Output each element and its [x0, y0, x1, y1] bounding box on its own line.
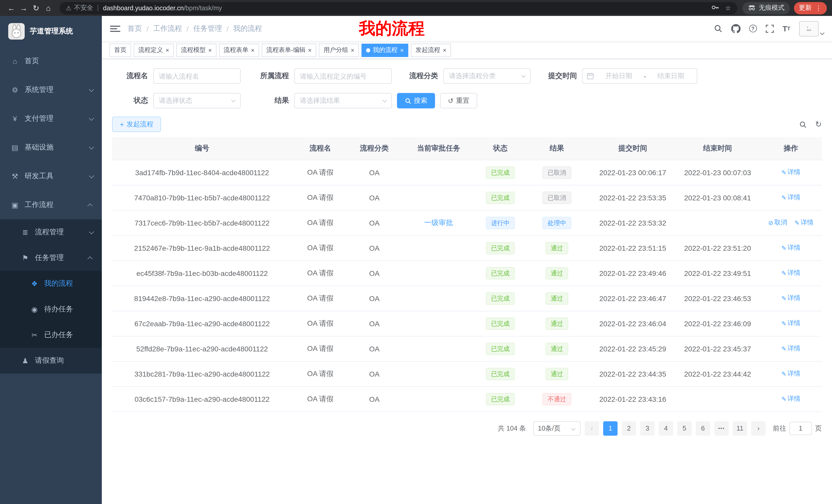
detail-link[interactable]: ✎详情 — [781, 294, 800, 303]
help-icon[interactable]: ? — [749, 25, 757, 32]
tab-close-icon[interactable]: × — [351, 47, 354, 53]
jump-page-input[interactable] — [789, 422, 812, 435]
start-date-placeholder[interactable]: 开始日期 — [597, 72, 641, 81]
key-icon[interactable] — [711, 3, 719, 12]
sidebar-item-process-management[interactable]: ≣ 流程管理 — [0, 219, 102, 245]
tab-close-icon[interactable]: × — [400, 47, 404, 53]
logo[interactable]: 芋道管理系统 — [0, 16, 102, 47]
table-row: 819442e8-7b9a-11ec-a290-acde48001122 OA … — [112, 286, 822, 311]
tab[interactable]: 我的流程 × — [362, 44, 408, 57]
tab[interactable]: 流程表单-编辑 × — [262, 44, 316, 57]
page-button[interactable]: 1 — [603, 421, 618, 436]
page-button[interactable]: 6 — [696, 421, 710, 436]
detail-link[interactable]: ✎详情 — [781, 395, 800, 403]
cell-id: 2152467e-7b9b-11ec-9a1b-acde48001122 — [112, 235, 292, 260]
fullscreen-icon[interactable] — [765, 24, 774, 33]
forward-icon[interactable]: → — [18, 4, 30, 12]
sidebar-item-leave-query[interactable]: ♟ 请假查询 — [0, 348, 102, 373]
date-range-picker[interactable]: 开始日期 - 结束日期 — [582, 68, 697, 84]
status-badge: 已完成 — [486, 393, 515, 405]
tab-close-icon[interactable]: × — [251, 47, 255, 53]
search-button[interactable]: 搜索 — [397, 93, 435, 108]
sidebar-item-todo-tasks[interactable]: ◉ 待办任务 — [0, 297, 102, 322]
page-button[interactable]: 5 — [677, 421, 692, 436]
detail-link[interactable]: ✎详情 — [781, 344, 800, 353]
sidebar-item-devtools[interactable]: ⚒ 研发工具 — [0, 162, 102, 191]
table-row: 67c2eaab-7b9a-11ec-a290-acde48001122 OA … — [112, 311, 822, 336]
status-badge: 已完成 — [486, 292, 515, 304]
cell-end-time: 2022-01-22 23:45:37 — [675, 336, 760, 361]
edit-icon: ✎ — [781, 320, 786, 327]
toggle-search-icon[interactable] — [799, 120, 807, 128]
page-button[interactable]: 11 — [733, 421, 747, 436]
process-name-input[interactable] — [153, 68, 241, 84]
font-size-icon[interactable]: TT — [782, 24, 790, 33]
home-icon[interactable]: ⌂ — [42, 4, 54, 12]
tab[interactable]: 流程定义 × — [134, 44, 174, 57]
detail-link[interactable]: ✎详情 — [781, 319, 800, 328]
task-link[interactable]: 一级审批 — [424, 218, 453, 226]
detail-link[interactable]: ✎详情 — [781, 193, 800, 202]
process-definition-input[interactable] — [294, 68, 392, 84]
breadcrumb-item[interactable]: 工作流程 — [153, 24, 182, 33]
update-button[interactable]: 更新 ⋮ — [794, 2, 827, 14]
tab-close-icon[interactable]: × — [165, 47, 169, 53]
page-size-select[interactable]: 10条/页 — [533, 421, 580, 436]
cell-current-task — [400, 286, 477, 311]
tab-close-icon[interactable]: × — [208, 47, 212, 53]
detail-link[interactable]: ✎详情 — [781, 168, 800, 177]
refresh-icon[interactable]: ↻ — [815, 120, 822, 129]
avatar-dropdown[interactable] — [799, 21, 824, 36]
end-date-placeholder[interactable]: 结束日期 — [649, 72, 693, 81]
tab[interactable]: 用户分组 × — [319, 44, 359, 57]
bookmark-star-icon[interactable]: ☆ — [725, 4, 731, 12]
back-icon[interactable]: ← — [5, 4, 18, 12]
sidebar-item-my-process[interactable]: ❖ 我的流程 — [0, 271, 102, 297]
next-page-button[interactable]: › — [751, 421, 766, 436]
create-process-button[interactable]: + 发起流程 — [112, 117, 161, 132]
tab[interactable]: 发起流程 × — [411, 44, 451, 57]
tab-close-icon[interactable]: × — [443, 47, 446, 53]
browser-menu-icon[interactable]: ⋮ — [815, 4, 822, 12]
cell-category: OA — [349, 210, 400, 235]
breadcrumb-item[interactable]: 首页 — [128, 24, 142, 33]
category-select[interactable]: 请选择流程分类 — [443, 68, 531, 84]
table-row: 3ad174fb-7b9d-11ec-8404-acde48001122 OA … — [112, 160, 822, 185]
reload-icon[interactable]: ↻ — [30, 3, 42, 12]
page-button[interactable]: 2 — [622, 421, 636, 436]
cancel-label: 取消 — [774, 219, 787, 227]
cancel-link[interactable]: ⊘取消 — [768, 219, 787, 227]
breadcrumb-item[interactable]: 任务管理 — [193, 24, 222, 33]
detail-link[interactable]: ✎详情 — [781, 370, 800, 379]
tab-close-icon[interactable]: × — [308, 47, 312, 53]
hamburger-icon[interactable] — [110, 25, 120, 32]
sidebar-item-done-tasks[interactable]: ✂ 已办任务 — [0, 322, 102, 348]
prev-page-button[interactable]: ‹ — [585, 421, 599, 436]
sidebar-item-home[interactable]: ⌂ 首页 — [0, 47, 102, 76]
reset-button[interactable]: ↺ 重置 — [440, 93, 477, 108]
tab[interactable]: 流程表单 × — [219, 44, 259, 57]
cell-submit-time: 2022-01-22 23:45:29 — [590, 336, 675, 361]
address-bar[interactable]: ⚠ 不安全 dashboard.yudao.iocoder.cn /bpm/ta… — [60, 2, 737, 14]
search-icon[interactable] — [713, 24, 722, 33]
tab[interactable]: 流程模型 × — [176, 44, 216, 57]
github-icon[interactable] — [731, 24, 740, 33]
security-label[interactable]: 不安全 — [74, 4, 93, 12]
detail-link[interactable]: ✎详情 — [795, 219, 813, 227]
page-button[interactable]: 4 — [659, 421, 673, 436]
detail-link[interactable]: ✎详情 — [781, 244, 800, 253]
status-select[interactable]: 请选择状态 — [153, 93, 241, 108]
page-button[interactable]: ••• — [714, 421, 729, 436]
sidebar-item-system[interactable]: ⚙ 系统管理 — [0, 76, 102, 104]
result-select[interactable]: 请选择流结果 — [294, 93, 392, 108]
detail-link[interactable]: ✎详情 — [781, 269, 800, 278]
cell-submit-time: 2022-01-22 23:46:47 — [590, 286, 675, 311]
page-button[interactable]: 3 — [640, 421, 655, 436]
sidebar-item-task-management[interactable]: ⚑ 任务管理 — [0, 245, 102, 271]
sidebar-item-infrastructure[interactable]: ▤ 基础设施 — [0, 133, 102, 162]
sidebar-item-payment[interactable]: ¥ 支付管理 — [0, 104, 102, 133]
sidebar-item-workflow[interactable]: ▣ 工作流程 — [0, 191, 102, 219]
col-operations: 操作 — [760, 137, 822, 160]
tab[interactable]: 首页 — [109, 44, 131, 57]
plus-icon: + — [120, 120, 124, 129]
